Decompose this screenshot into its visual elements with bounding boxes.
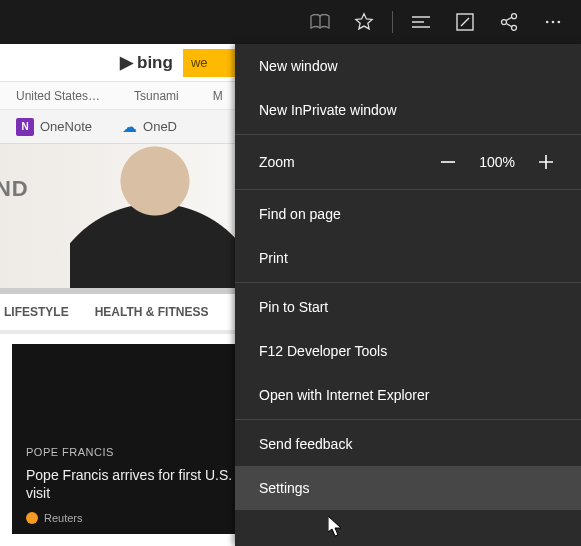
- onedrive-label: OneD: [143, 119, 177, 134]
- menu-zoom: Zoom 100%: [235, 137, 581, 187]
- trending-item[interactable]: Tsunami: [134, 89, 179, 103]
- favorite-onedrive[interactable]: ☁ OneD: [122, 118, 177, 136]
- menu-separator: [235, 189, 581, 190]
- menu-pin[interactable]: Pin to Start: [235, 285, 581, 329]
- bing-logo[interactable]: ▶bing: [120, 52, 173, 73]
- search-text: we: [191, 55, 208, 70]
- more-menu: New window New InPrivate window Zoom 100…: [235, 44, 581, 546]
- onedrive-icon: ☁: [122, 118, 137, 136]
- category-tab[interactable]: HEALTH & FITNESS: [95, 305, 209, 319]
- svg-point-2: [512, 14, 517, 19]
- zoom-out-button[interactable]: [437, 151, 459, 173]
- zoom-label: Zoom: [259, 154, 295, 170]
- menu-print[interactable]: Print: [235, 236, 581, 280]
- svg-point-3: [512, 25, 517, 30]
- hero-image: [70, 144, 240, 294]
- menu-separator: [235, 282, 581, 283]
- bing-label: bing: [137, 53, 173, 73]
- category-tab[interactable]: LIFESTYLE: [4, 305, 69, 319]
- menu-feedback[interactable]: Send feedback: [235, 422, 581, 466]
- hub-icon[interactable]: [401, 2, 441, 42]
- story-card[interactable]: POPE FRANCIS Pope Francis arrives for fi…: [12, 344, 248, 534]
- source-label: Reuters: [44, 512, 83, 524]
- share-icon[interactable]: [489, 2, 529, 42]
- story-kicker: POPE FRANCIS: [26, 446, 234, 458]
- favorite-onenote[interactable]: N OneNote: [16, 118, 92, 136]
- onenote-label: OneNote: [40, 119, 92, 134]
- toolbar-separator: [392, 11, 393, 33]
- story-headline: Pope Francis arrives for first U.S. visi…: [26, 466, 234, 502]
- menu-find[interactable]: Find on page: [235, 192, 581, 236]
- zoom-value: 100%: [479, 154, 515, 170]
- browser-toolbar: [0, 0, 581, 44]
- reading-view-icon[interactable]: [300, 2, 340, 42]
- menu-separator: [235, 419, 581, 420]
- menu-open-ie[interactable]: Open with Internet Explorer: [235, 373, 581, 417]
- onenote-icon: N: [16, 118, 34, 136]
- zoom-in-button[interactable]: [535, 151, 557, 173]
- menu-settings[interactable]: Settings: [235, 466, 581, 510]
- more-icon[interactable]: [533, 2, 573, 42]
- trending-item[interactable]: M: [213, 89, 223, 103]
- menu-new-inprivate[interactable]: New InPrivate window: [235, 88, 581, 132]
- menu-separator: [235, 134, 581, 135]
- favorite-star-icon[interactable]: [344, 2, 384, 42]
- menu-devtools[interactable]: F12 Developer Tools: [235, 329, 581, 373]
- svg-point-5: [552, 21, 555, 24]
- bing-icon: ▶: [120, 52, 133, 73]
- svg-point-4: [546, 21, 549, 24]
- svg-point-1: [502, 20, 507, 25]
- story-source: Reuters: [26, 512, 234, 524]
- reuters-icon: [26, 512, 38, 524]
- svg-point-6: [558, 21, 561, 24]
- menu-new-window[interactable]: New window: [235, 44, 581, 88]
- trending-item[interactable]: United States…: [16, 89, 100, 103]
- webnote-icon[interactable]: [445, 2, 485, 42]
- hero-tagline: TY AND: [0, 176, 29, 202]
